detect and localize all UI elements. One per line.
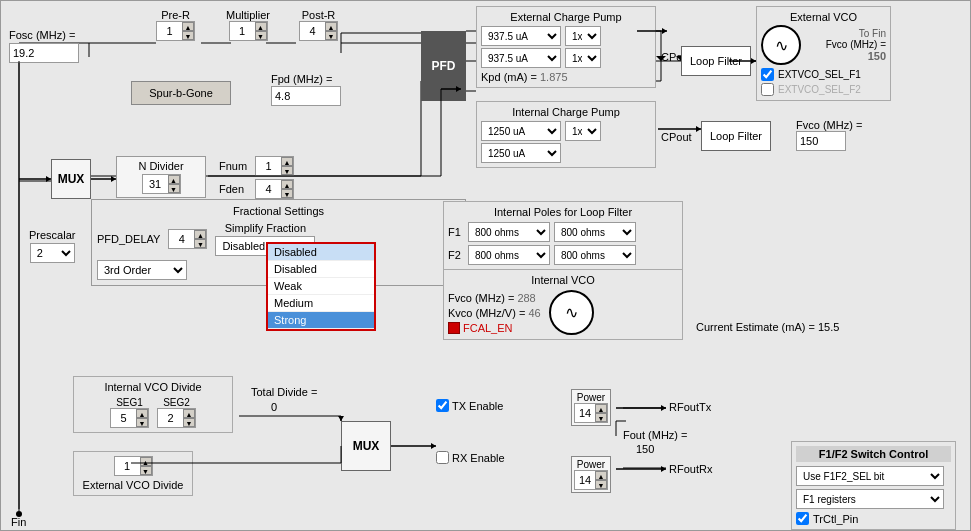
fcal-en-label: FCAL_EN xyxy=(463,322,513,334)
svg-marker-52 xyxy=(661,405,666,411)
power1-up[interactable]: ▲ xyxy=(595,404,607,413)
multiplier-spinner[interactable]: ▲ ▼ xyxy=(229,21,268,41)
dropdown-item-disabled2[interactable]: Disabled xyxy=(268,261,374,278)
ext-vco-divide-label: External VCO Divide xyxy=(78,479,188,491)
ext-vco-divide-input[interactable] xyxy=(115,460,140,472)
seg1-input[interactable] xyxy=(111,412,136,424)
dropdown-item-strong[interactable]: Strong xyxy=(268,312,374,329)
multiplier-input[interactable] xyxy=(230,25,255,37)
multiplier-down[interactable]: ▼ xyxy=(255,31,267,40)
pfd-delay-down[interactable]: ▼ xyxy=(194,239,206,248)
power1-input[interactable] xyxy=(575,407,595,419)
ext-vco-sel-f2-row: EXTVCO_SEL_F2 xyxy=(761,83,886,96)
seg1-group: SEG1 ▲ ▼ xyxy=(110,397,149,428)
post-r-down[interactable]: ▼ xyxy=(325,31,337,40)
pfd-delay-spinner[interactable]: ▲ ▼ xyxy=(168,229,207,249)
f2-val2-select[interactable]: 800 ohms xyxy=(554,245,636,265)
power2-input[interactable] xyxy=(575,474,595,486)
pre-r-up[interactable]: ▲ xyxy=(182,22,194,31)
dropdown-item-disabled1[interactable]: Disabled xyxy=(268,244,374,261)
fden-input[interactable] xyxy=(256,183,281,195)
fden-up[interactable]: ▲ xyxy=(281,180,293,189)
fractional-title: Fractional Settings xyxy=(97,205,460,217)
dropdown-item-medium[interactable]: Medium xyxy=(268,295,374,312)
tx-enable-checkbox[interactable] xyxy=(436,399,449,412)
power2-spinner[interactable]: ▲ ▼ xyxy=(574,470,608,490)
fnum-input[interactable] xyxy=(256,160,281,172)
ext-cp-mult1-select[interactable]: 1x xyxy=(565,26,601,46)
n-divider-down[interactable]: ▼ xyxy=(168,184,180,193)
rx-enable-checkbox[interactable] xyxy=(436,451,449,464)
power1-down[interactable]: ▼ xyxy=(595,413,607,422)
ext-vco-divide-box: ▲ ▼ External VCO Divide xyxy=(73,451,193,496)
f2-val1-select[interactable]: 800 ohms xyxy=(468,245,550,265)
ext-vco-sel-f2-checkbox[interactable] xyxy=(761,83,774,96)
ext-vco-symbol: ∿ xyxy=(761,25,801,65)
fnum-down[interactable]: ▼ xyxy=(281,166,293,175)
order-select[interactable]: 3rd Order xyxy=(97,260,187,280)
fden-spinner[interactable]: ▲ ▼ xyxy=(255,179,294,199)
f1f2-opt2-select[interactable]: F1 registers xyxy=(796,489,944,509)
ext-vco-sel-f1-checkbox[interactable] xyxy=(761,68,774,81)
fpd-input[interactable] xyxy=(271,86,341,106)
ext-vco-sel-f2-label: EXTVCO_SEL_F2 xyxy=(778,84,861,95)
post-r-up[interactable]: ▲ xyxy=(325,22,337,31)
post-r-spinner[interactable]: ▲ ▼ xyxy=(299,21,338,41)
f1f2-opt1-select[interactable]: Use F1F2_SEL bit xyxy=(796,466,944,486)
pre-r-input[interactable] xyxy=(157,25,182,37)
int-cp-mult-select[interactable]: 1x xyxy=(565,121,601,141)
n-divider-up[interactable]: ▲ xyxy=(168,175,180,184)
n-divider-spinner[interactable]: ▲ ▼ xyxy=(142,174,181,194)
trctl-pin-row: TrCtl_Pin xyxy=(796,512,951,525)
ext-vco-divide-up[interactable]: ▲ xyxy=(140,457,152,466)
f1f2-switch-box: F1/F2 Switch Control Use F1F2_SEL bit F1… xyxy=(791,441,956,530)
seg1-spinner[interactable]: ▲ ▼ xyxy=(110,408,149,428)
seg1-up[interactable]: ▲ xyxy=(136,409,148,418)
fnum-up[interactable]: ▲ xyxy=(281,157,293,166)
n-divider-input[interactable] xyxy=(143,178,168,190)
ext-cp-mult2-select[interactable]: 1x xyxy=(565,48,601,68)
fnum-label: Fnum xyxy=(219,160,251,172)
fden-label: Fden xyxy=(219,183,251,195)
ext-cp-val1-select[interactable]: 937.5 uA xyxy=(481,26,561,46)
fin-dot xyxy=(16,511,22,517)
ext-vco-divide-spinner[interactable]: ▲ ▼ xyxy=(114,456,153,476)
pfd-delay-up[interactable]: ▲ xyxy=(194,230,206,239)
trctl-pin-checkbox[interactable] xyxy=(796,512,809,525)
power1-spinner[interactable]: ▲ ▼ xyxy=(574,403,608,423)
ivco-kvco-label: Kvco (MHz/V) = 46 xyxy=(448,307,541,319)
fosc-input[interactable] xyxy=(9,43,79,63)
power1-label: Power xyxy=(577,392,605,403)
ext-vco-sel-f1-label: EXTVCO_SEL_F1 xyxy=(778,69,861,80)
fnum-spinner[interactable]: ▲ ▼ xyxy=(255,156,294,176)
pre-r-label: Pre-R xyxy=(161,9,190,21)
multiplier-up[interactable]: ▲ xyxy=(255,22,267,31)
fvco-right-input[interactable] xyxy=(796,131,846,151)
int-cp-val2-select[interactable]: 1250 uA xyxy=(481,143,561,163)
post-r-input[interactable] xyxy=(300,25,325,37)
pre-r-down[interactable]: ▼ xyxy=(182,31,194,40)
spur-b-gone-button[interactable]: Spur-b-Gone xyxy=(131,81,231,105)
ivco-divide-box: Internal VCO Divide SEG1 ▲ ▼ SEG2 ▲ xyxy=(73,376,233,433)
svg-marker-54 xyxy=(661,466,666,472)
f1-val2-select[interactable]: 800 ohms xyxy=(554,222,636,242)
simplify-label: Simplify Fraction xyxy=(225,222,306,234)
f1-val1-select[interactable]: 800 ohms xyxy=(468,222,550,242)
seg2-spinner[interactable]: ▲ ▼ xyxy=(157,408,196,428)
ext-cp-val2-select[interactable]: 937.5 uA xyxy=(481,48,561,68)
seg2-down[interactable]: ▼ xyxy=(183,418,195,427)
power2-up[interactable]: ▲ xyxy=(595,471,607,480)
pfd-delay-input[interactable] xyxy=(169,233,194,245)
trctl-pin-label: TrCtl_Pin xyxy=(813,513,858,525)
ext-vco-divide-down[interactable]: ▼ xyxy=(140,466,152,475)
int-cp-val1-select[interactable]: 1250 uA xyxy=(481,121,561,141)
seg2-input[interactable] xyxy=(158,412,183,424)
power2-down[interactable]: ▼ xyxy=(595,480,607,489)
pre-r-spinner[interactable]: ▲ ▼ xyxy=(156,21,195,41)
fden-down[interactable]: ▼ xyxy=(281,189,293,198)
tx-enable-label: TX Enable xyxy=(452,400,503,412)
dropdown-item-weak[interactable]: Weak xyxy=(268,278,374,295)
seg1-down[interactable]: ▼ xyxy=(136,418,148,427)
prescalar-select[interactable]: 2 xyxy=(30,243,75,263)
seg2-up[interactable]: ▲ xyxy=(183,409,195,418)
